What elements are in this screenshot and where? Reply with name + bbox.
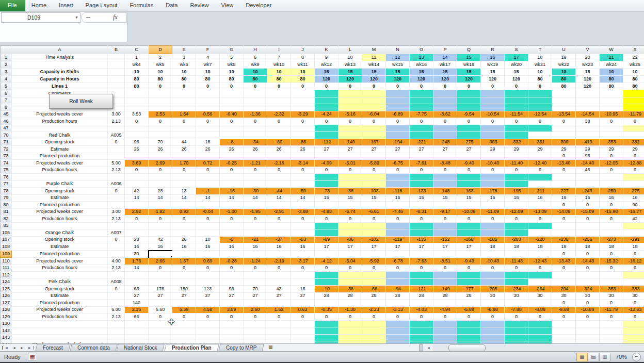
cell[interactable]: 17	[315, 243, 339, 251]
cell[interactable]: 0	[600, 167, 623, 174]
cell[interactable]	[576, 90, 600, 97]
cell[interactable]: 0	[386, 216, 410, 223]
cell[interactable]: 0	[149, 216, 172, 223]
cell[interactable]	[481, 334, 505, 341]
col-header-A[interactable]: A	[12, 46, 108, 54]
cell[interactable]: -16.77	[623, 208, 644, 216]
row-header-76[interactable]: 76	[1, 174, 12, 181]
cell[interactable]: 0	[339, 265, 362, 272]
cell[interactable]	[291, 97, 315, 104]
cell[interactable]: 28	[457, 292, 481, 300]
cell[interactable]: 16	[600, 194, 623, 202]
cell[interactable]	[267, 132, 291, 139]
cell[interactable]: 0	[481, 314, 505, 321]
cell[interactable]: 0	[244, 118, 267, 125]
row-label[interactable]: Capacity in Hours	[12, 76, 108, 83]
cell[interactable]	[457, 229, 481, 237]
last-sheet-icon[interactable]: ►	[26, 346, 34, 350]
cell[interactable]	[339, 104, 362, 111]
cell[interactable]: 0	[220, 216, 244, 223]
cell[interactable]: -1.00	[220, 208, 244, 216]
ribbon-tab-page-layout[interactable]: Page Layout	[79, 0, 124, 11]
cell[interactable]: 80	[600, 76, 623, 83]
cell[interactable]	[108, 320, 125, 327]
cell[interactable]	[244, 90, 267, 97]
cell[interactable]	[528, 125, 552, 132]
cell[interactable]	[386, 222, 410, 229]
cell[interactable]: 0	[528, 118, 552, 125]
cell[interactable]: 29	[481, 146, 505, 153]
cell[interactable]: 0	[576, 300, 600, 307]
cell[interactable]: 1.70	[172, 160, 196, 167]
cell[interactable]: 16	[172, 243, 196, 251]
cell[interactable]	[600, 327, 623, 335]
row-label[interactable]: Production hours	[12, 216, 108, 223]
cell[interactable]: -303	[481, 139, 505, 146]
cell[interactable]	[362, 300, 386, 307]
cell[interactable]: -112	[315, 139, 339, 146]
cell[interactable]: 16	[267, 243, 291, 251]
cell[interactable]: 0	[528, 83, 552, 90]
cell[interactable]: -0.04	[196, 208, 220, 216]
cell[interactable]	[315, 222, 339, 229]
cell[interactable]	[339, 229, 362, 237]
cell[interactable]: -5.16	[339, 111, 362, 118]
cell[interactable]: 0	[410, 314, 433, 321]
cell[interactable]	[600, 334, 623, 341]
cell[interactable]	[220, 97, 244, 104]
cell[interactable]: -8.88	[528, 306, 552, 314]
cell[interactable]: 7	[267, 54, 291, 61]
cell[interactable]	[315, 90, 339, 97]
cell[interactable]: 80	[623, 76, 644, 83]
cell[interactable]: 14	[267, 194, 291, 202]
row-header-2[interactable]: 2	[1, 61, 12, 69]
cell[interactable]	[196, 300, 220, 307]
cell[interactable]	[362, 132, 386, 139]
cell[interactable]: 18	[505, 243, 528, 251]
cell[interactable]: -135	[410, 236, 433, 243]
cell[interactable]: 14	[196, 194, 220, 202]
row-label[interactable]	[12, 61, 108, 69]
cell[interactable]	[267, 174, 291, 181]
cell[interactable]: -168	[457, 236, 481, 243]
cell[interactable]: 95	[576, 153, 600, 160]
cell[interactable]: 28	[125, 236, 149, 243]
cell[interactable]	[267, 278, 291, 286]
cell[interactable]: -13.40	[552, 160, 576, 167]
cell[interactable]	[505, 300, 528, 307]
cell[interactable]	[149, 278, 172, 286]
cell[interactable]	[172, 97, 196, 104]
cell[interactable]: 0	[505, 265, 528, 272]
cell[interactable]	[576, 125, 600, 132]
cell[interactable]: 29	[528, 146, 552, 153]
cell[interactable]: 0	[481, 83, 505, 90]
cell[interactable]	[149, 327, 172, 335]
cell[interactable]	[623, 174, 644, 181]
cell[interactable]	[481, 272, 505, 279]
cell[interactable]	[125, 104, 149, 111]
cell[interactable]: 26	[220, 146, 244, 153]
cell[interactable]: 0	[339, 83, 362, 90]
cell[interactable]: 0	[196, 167, 220, 174]
cell[interactable]: 2.13	[108, 118, 125, 125]
cell[interactable]	[196, 104, 220, 111]
row-header-127[interactable]: 127	[1, 300, 12, 307]
row-label[interactable]: Opening stock	[12, 236, 108, 243]
cell[interactable]: 12	[386, 54, 410, 61]
cell[interactable]: 0	[315, 118, 339, 125]
cell[interactable]	[576, 97, 600, 104]
cell[interactable]	[552, 90, 576, 97]
cell[interactable]	[362, 153, 386, 160]
cell[interactable]: 0	[362, 265, 386, 272]
cell[interactable]: 0	[433, 216, 457, 223]
cell[interactable]: wk11	[291, 61, 315, 69]
cell[interactable]: -1.30	[339, 306, 362, 314]
row-header-47[interactable]: 47	[1, 125, 12, 132]
cell[interactable]	[315, 320, 339, 327]
cell[interactable]: 0	[433, 83, 457, 90]
cell[interactable]: 30	[528, 292, 552, 300]
cell[interactable]	[220, 334, 244, 341]
cell[interactable]	[291, 300, 315, 307]
cell[interactable]	[267, 153, 291, 160]
cell[interactable]	[528, 202, 552, 209]
